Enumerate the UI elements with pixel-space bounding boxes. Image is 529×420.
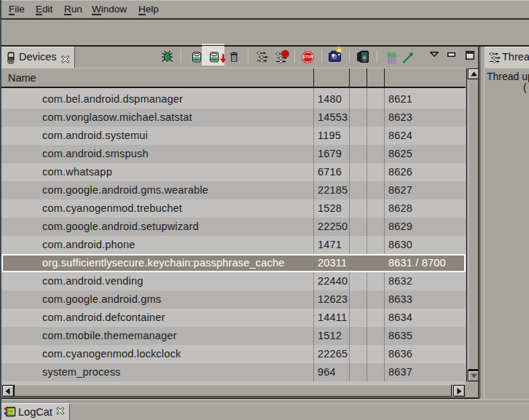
svg-text:STOP: STOP xyxy=(303,55,313,59)
